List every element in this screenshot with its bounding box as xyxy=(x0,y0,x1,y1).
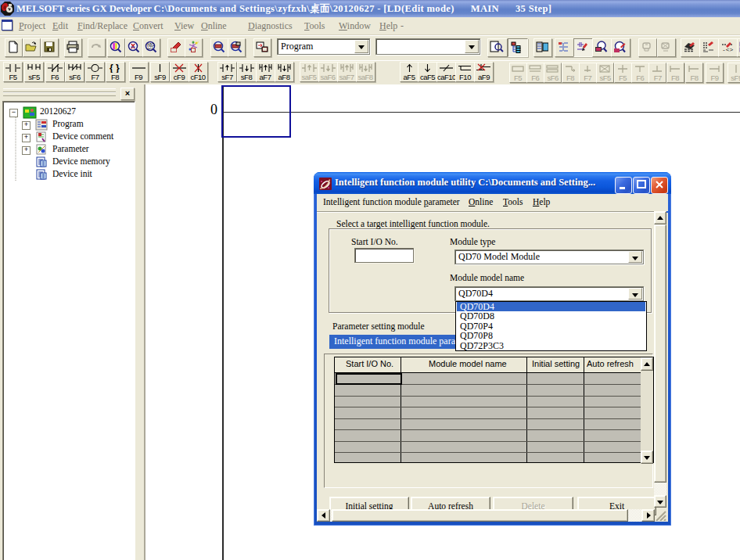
svg-text:{ }: { } xyxy=(110,63,120,73)
svg-text:123: 123 xyxy=(147,46,153,50)
svg-text:-<>: -<> xyxy=(722,46,734,53)
